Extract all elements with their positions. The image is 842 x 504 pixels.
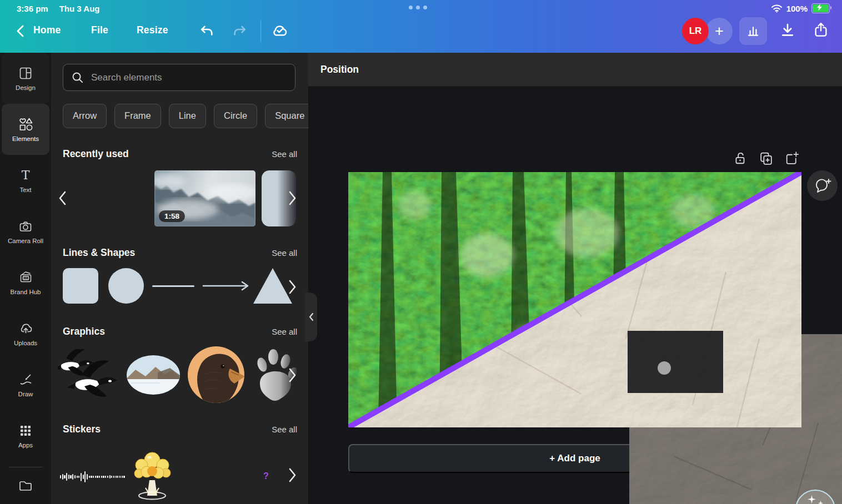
shape-line[interactable] [152, 285, 194, 287]
chip-arrow[interactable]: Arrow [63, 104, 107, 128]
top-toolbar: 3:36 pm Thu 3 Aug 100% Home File Resize [0, 0, 842, 53]
sidebar-item-projects[interactable] [0, 470, 51, 502]
sidebar-item-camera-roll[interactable]: Camera Roll [2, 206, 49, 257]
see-all-graphics[interactable]: See all [272, 327, 297, 336]
carousel-left-icon[interactable] [59, 191, 66, 205]
shapes-more-icon[interactable] [289, 280, 296, 294]
draw-icon [18, 372, 33, 387]
duplicate-page-icon[interactable] [759, 151, 774, 167]
shape-square[interactable] [63, 268, 98, 304]
question-mark-sticker[interactable]: ? [263, 471, 269, 481]
section-stickers: Stickers See all [63, 424, 297, 435]
search-input[interactable] [90, 72, 287, 84]
elements-panel: Arrow Frame Line Circle Square Recently … [51, 53, 308, 504]
status-clock: 3:36 pm Thu 3 Aug [17, 4, 99, 13]
sidebar-item-brand-hub[interactable]: CO. Brand Hub [2, 257, 49, 308]
status-indicators: 100% [771, 3, 830, 13]
see-all-shapes[interactable]: See all [272, 248, 297, 258]
sidebar: Design Elements T Text [0, 53, 51, 504]
popcorn-burst-sticker[interactable] [132, 449, 172, 500]
section-lines-shapes: Lines & Shapes See all [63, 247, 297, 259]
sidebar-item-apps[interactable]: Apps [2, 410, 49, 461]
graphic-landscape[interactable] [127, 355, 180, 395]
section-title: Lines & Shapes [63, 247, 135, 259]
diagonal-line-element[interactable] [348, 172, 801, 427]
text-icon: T [18, 168, 33, 183]
chip-circle[interactable]: Circle [214, 104, 257, 128]
elements-icon [18, 117, 33, 132]
wifi-icon [771, 4, 783, 13]
waveform-sticker[interactable] [60, 470, 125, 483]
sparkle-icon [808, 495, 816, 503]
menu-resize[interactable]: Resize [137, 24, 168, 36]
video-duration-badge: 1:58 [159, 210, 185, 222]
graphic-bird-head[interactable] [188, 346, 244, 403]
status-date: Thu 3 Aug [59, 4, 100, 13]
add-design-button[interactable]: + [706, 18, 733, 44]
add-comment-button[interactable] [807, 170, 838, 201]
recently-used-carousel: 1:58 [51, 170, 308, 228]
back-icon[interactable] [12, 22, 30, 40]
download-icon[interactable] [779, 21, 796, 39]
section-title: Graphics [63, 326, 105, 337]
design-page[interactable] [348, 172, 801, 427]
chip-frame[interactable]: Frame [114, 104, 161, 128]
menu-home[interactable]: Home [33, 24, 61, 36]
camera-icon [18, 219, 33, 234]
see-all-recent[interactable]: See all [272, 149, 297, 159]
apps-icon [18, 424, 33, 438]
panel-collapse-handle[interactable] [305, 293, 317, 341]
section-graphics: Graphics See all [63, 326, 297, 337]
folder-icon [18, 478, 33, 493]
avatar[interactable]: LR [682, 18, 709, 44]
shape-triangle[interactable] [253, 268, 292, 304]
toolbar-divider [260, 21, 261, 42]
search-icon [71, 71, 84, 84]
status-time: 3:36 pm [17, 4, 48, 13]
uploads-icon [18, 321, 33, 336]
sidebar-item-draw[interactable]: Draw [2, 359, 49, 410]
carousel-right-icon[interactable] [289, 191, 296, 205]
redo-icon[interactable] [231, 22, 249, 40]
add-page-icon[interactable] [784, 151, 800, 167]
graphics-more-icon[interactable] [289, 368, 296, 382]
dark-rectangle-element[interactable] [628, 331, 723, 393]
svg-text:CO.: CO. [23, 277, 28, 280]
collapse-chevron-icon [309, 313, 314, 321]
sparkle-icon-small [818, 501, 823, 504]
position-title: Position [320, 64, 359, 75]
stickers-more-icon[interactable] [289, 468, 296, 482]
comment-add-icon [814, 178, 831, 194]
position-bar[interactable]: Position [308, 53, 842, 87]
battery-percent: 100% [786, 4, 808, 13]
section-title: Recently used [63, 148, 129, 160]
shape-arrow[interactable] [202, 280, 250, 291]
dot-element[interactable] [658, 361, 671, 375]
design-icon [18, 66, 33, 80]
cloud-saved-icon[interactable] [270, 21, 288, 39]
sidebar-item-uploads[interactable]: Uploads [2, 308, 49, 359]
see-all-stickers[interactable]: See all [272, 425, 297, 434]
sidebar-item-elements[interactable]: Elements [2, 104, 49, 155]
section-title: Stickers [63, 424, 101, 435]
sidebar-divider [9, 467, 42, 467]
undo-icon[interactable] [198, 22, 215, 40]
stickers-row: ? [51, 446, 308, 504]
lock-open-icon[interactable] [733, 151, 749, 167]
chip-line[interactable]: Line [169, 104, 206, 128]
sidebar-item-text[interactable]: T Text [2, 155, 49, 206]
multitask-dots-icon[interactable] [409, 6, 427, 9]
analytics-icon[interactable] [739, 17, 767, 45]
canva-editor: 3:36 pm Thu 3 Aug 100% Home File Resize [0, 0, 842, 504]
menu-file[interactable]: File [91, 24, 108, 36]
shape-circle[interactable] [108, 268, 144, 304]
graphic-geese[interactable] [58, 349, 120, 402]
section-recently-used: Recently used See all [63, 148, 297, 160]
video-thumbnail[interactable]: 1:58 [154, 170, 255, 226]
search-bar[interactable] [63, 64, 295, 91]
sidebar-item-design[interactable]: Design [2, 53, 49, 104]
chip-square[interactable]: Square [265, 104, 308, 128]
battery-icon [811, 3, 830, 13]
graphics-row [51, 346, 308, 405]
share-icon[interactable] [812, 21, 830, 39]
